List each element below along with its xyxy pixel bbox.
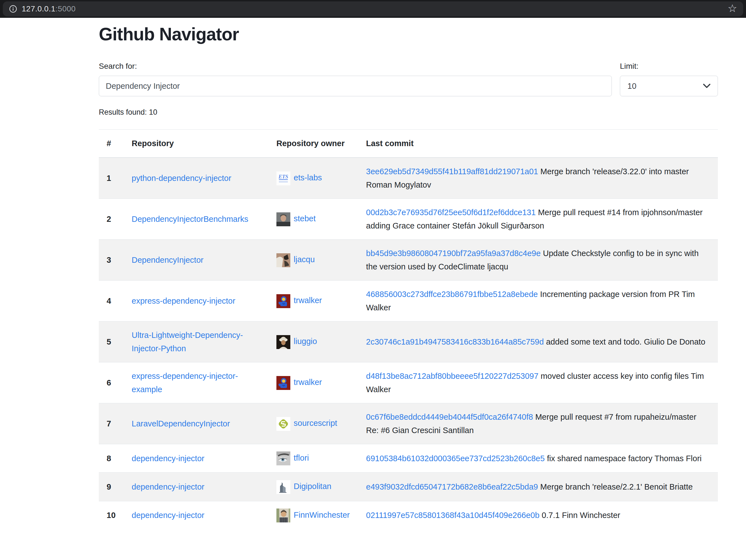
tflori-photo: [277, 451, 290, 465]
owner-link[interactable]: FinnWinchester: [294, 510, 350, 519]
limit-label: Limit:: [620, 62, 718, 71]
commit-hash-link[interactable]: 3ee629eb5d7349d55f41b119aff81dd219071a01: [366, 167, 538, 176]
table-row: 8 dependency-injector tflori 69105384b61…: [99, 444, 718, 473]
finnwinchester-photo: [277, 508, 290, 523]
row-number: 6: [99, 362, 124, 403]
owner-link[interactable]: trwalker: [294, 296, 322, 305]
commit-hash-link[interactable]: bb45d9e3b98608047190bf72a95fa9a37d8c4e9e: [366, 249, 541, 258]
table-row: 7 LaravelDependencyInjector sourcescript…: [99, 403, 718, 444]
col-header-repo: Repository: [124, 130, 268, 158]
row-number: 8: [99, 444, 124, 473]
commit-hash-link[interactable]: 02111997e57c85801368f43a10d45f409e266e0b: [366, 511, 540, 520]
commit-hash-link[interactable]: 69105384b61032d000365ee737cd2523b260c8e5: [366, 454, 545, 463]
owner-link[interactable]: sourcescript: [294, 419, 337, 428]
commit-message: 0.7.1 Finn Winchester: [540, 511, 620, 520]
row-number: 5: [99, 322, 124, 362]
commit-hash-link[interactable]: d48f13be8ac712abf80bbeeee5f120227d253097: [366, 372, 538, 381]
url-text: 127.0.0.1:5000: [22, 4, 76, 13]
owner-link[interactable]: stebet: [294, 214, 316, 223]
digipolitan-logo: [277, 480, 290, 494]
commit-hash-link[interactable]: 00d2b3c7e76935d76f25ee50f6d1f2ef6ddce131: [366, 208, 536, 217]
repo-link[interactable]: DependencyInjectorBenchmarks: [132, 214, 248, 224]
repo-link[interactable]: express-dependency-injector-example: [132, 372, 238, 394]
table-row: 1 python-dependency-injector ETSets-labs…: [99, 157, 718, 199]
row-number: 2: [99, 199, 124, 240]
search-input[interactable]: [99, 76, 612, 96]
table-row: 9 dependency-injector Digipolitan e493f9…: [99, 473, 718, 501]
ljacqu-photo: [277, 253, 290, 267]
row-number: 4: [99, 281, 124, 322]
star-outline-icon[interactable]: ☆: [728, 3, 737, 13]
repo-link[interactable]: express-dependency-injector: [132, 296, 235, 305]
repo-link[interactable]: dependency-injector: [132, 454, 204, 463]
row-number: 7: [99, 403, 124, 444]
col-header-num: #: [99, 130, 124, 158]
limit-select[interactable]: 10: [620, 76, 718, 96]
owner-link[interactable]: trwalker: [294, 378, 322, 387]
row-number: 9: [99, 473, 124, 501]
stebet-photo: [277, 212, 290, 226]
owner-link[interactable]: ljacqu: [294, 255, 315, 264]
info-icon[interactable]: [9, 5, 17, 13]
commit-hash-link[interactable]: e493f9032dfcd65047172b682e8b6eaf22c5bda9: [366, 482, 538, 491]
sourcescript-logo: [277, 417, 290, 431]
table-row: 5 Ultra-Lightweight-Dependency-Injector-…: [99, 322, 718, 362]
repo-link[interactable]: LaravelDependencyInjector: [132, 419, 230, 428]
owner-link[interactable]: ets-labs: [294, 173, 322, 182]
search-form: Search for: Limit: 10: [99, 62, 718, 96]
owner-link[interactable]: tflori: [294, 453, 309, 462]
repo-link[interactable]: dependency-injector: [132, 511, 204, 520]
trwalker-photo: [277, 376, 290, 390]
owner-link[interactable]: liuggio: [294, 337, 317, 346]
table-row: 4 express-dependency-injector trwalker 4…: [99, 281, 718, 322]
results-count: Results found: 10: [99, 108, 718, 117]
col-header-commit: Last commit: [358, 130, 718, 158]
repo-link[interactable]: python-dependency-injector: [132, 174, 231, 183]
table-row: 2 DependencyInjectorBenchmarks stebet 00…: [99, 199, 718, 240]
svg-text:ETS: ETS: [278, 174, 288, 179]
repo-link[interactable]: dependency-injector: [132, 482, 204, 491]
ets-labs-logo: ETS: [277, 172, 290, 185]
commit-hash-link[interactable]: 2c30746c1a91b4947583416c833b1644a85c759d: [366, 337, 544, 346]
repo-link[interactable]: Ultra-Lightweight-Dependency-Injector-Py…: [132, 331, 243, 353]
commit-message: added some text and todo. Giulio De Dona…: [544, 337, 705, 346]
url-bar[interactable]: 127.0.0.1:5000 ☆: [3, 1, 743, 17]
chevron-down-icon: [703, 84, 710, 88]
liuggio-photo: [277, 335, 290, 349]
results-table: # Repository Repository owner Last commi…: [99, 129, 718, 529]
page-title: Github Navigator: [99, 24, 718, 45]
table-row: 3 DependencyInjector ljacqu bb45d9e3b986…: [99, 240, 718, 281]
url-port: :5000: [55, 4, 76, 13]
col-header-owner: Repository owner: [268, 130, 358, 158]
row-number: 10: [99, 501, 124, 529]
repo-link[interactable]: DependencyInjector: [132, 256, 203, 264]
row-number: 3: [99, 240, 124, 281]
table-row: 6 express-dependency-injector-example tr…: [99, 362, 718, 403]
commit-message: fix shared namespace factory Thomas Flor…: [545, 454, 702, 463]
search-label: Search for:: [99, 62, 612, 71]
commit-hash-link[interactable]: 468856003c273dffce23b86791fbbe512a8ebede: [366, 290, 538, 299]
table-header-row: # Repository Repository owner Last commi…: [99, 130, 718, 158]
row-number: 1: [99, 157, 124, 199]
page-content: Github Navigator Search for: Limit: 10 R…: [99, 18, 718, 529]
browser-chrome: 127.0.0.1:5000 ☆: [0, 0, 746, 18]
limit-selected-value: 10: [627, 82, 636, 91]
commit-message: Merge branch 'release/2.2.1' Benoit Bria…: [538, 482, 693, 491]
table-row: 10 dependency-injector FinnWinchester 02…: [99, 501, 718, 529]
trwalker-photo: [277, 294, 290, 308]
commit-hash-link[interactable]: 0c67f6be8eddcd4449eb4044f5df0ca26f4740f8: [366, 412, 533, 421]
owner-link[interactable]: Digipolitan: [294, 482, 331, 491]
